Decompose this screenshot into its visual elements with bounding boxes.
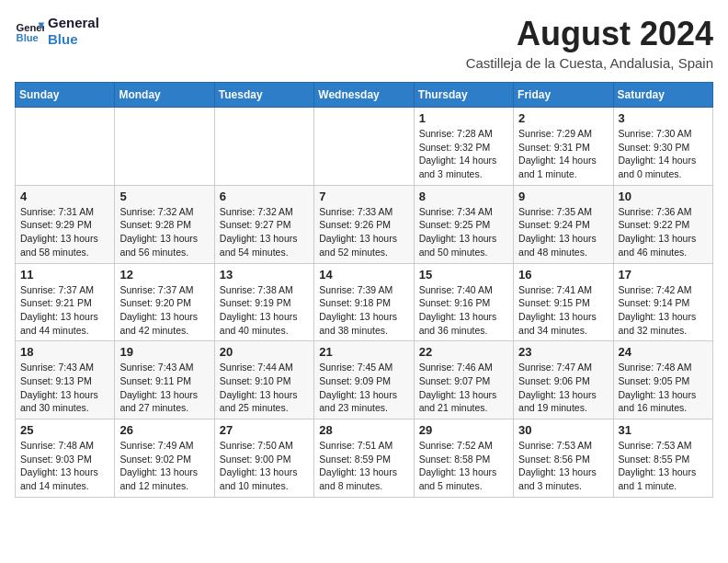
day-info: Sunrise: 7:37 AMSunset: 9:20 PMDaylight:… [119,283,209,338]
day-info: Sunrise: 7:48 AMSunset: 9:03 PMDaylight:… [20,439,109,493]
day-info: Sunrise: 7:43 AMSunset: 9:11 PMDaylight:… [119,361,209,415]
calendar-body: 1Sunrise: 7:28 AMSunset: 9:32 PMDaylight… [16,108,713,498]
calendar-cell: 16Sunrise: 7:41 AMSunset: 9:15 PMDayligh… [514,263,613,341]
logo-line1: General [48,15,99,31]
day-info: Sunrise: 7:42 AMSunset: 9:14 PMDaylight:… [619,283,708,338]
day-info: Sunrise: 7:31 AMSunset: 9:29 PMDaylight:… [20,205,109,259]
day-number: 6 [220,190,309,203]
col-header-monday: Monday [115,83,214,108]
day-number: 22 [419,345,508,359]
day-info: Sunrise: 7:38 AMSunset: 9:19 PMDaylight:… [220,283,309,338]
day-info: Sunrise: 7:47 AMSunset: 9:06 PMDaylight:… [518,361,608,415]
day-info: Sunrise: 7:33 AMSunset: 9:26 PMDaylight:… [319,205,408,259]
day-number: 27 [220,423,309,437]
col-header-thursday: Thursday [414,83,513,108]
calendar-cell: 26Sunrise: 7:49 AMSunset: 9:02 PMDayligh… [115,419,214,498]
calendar-cell: 13Sunrise: 7:38 AMSunset: 9:19 PMDayligh… [214,263,313,341]
week-row-1: 1Sunrise: 7:28 AMSunset: 9:32 PMDaylight… [16,108,713,186]
day-info: Sunrise: 7:39 AMSunset: 9:18 PMDaylight:… [319,283,408,338]
calendar-cell: 19Sunrise: 7:43 AMSunset: 9:11 PMDayligh… [115,341,214,419]
day-info: Sunrise: 7:36 AMSunset: 9:22 PMDaylight:… [619,205,708,259]
calendar-cell [314,108,414,186]
calendar-cell: 23Sunrise: 7:47 AMSunset: 9:06 PMDayligh… [514,341,613,419]
calendar-cell: 14Sunrise: 7:39 AMSunset: 9:18 PMDayligh… [314,263,414,341]
calendar-cell: 17Sunrise: 7:42 AMSunset: 9:14 PMDayligh… [613,263,712,341]
day-info: Sunrise: 7:28 AMSunset: 9:32 PMDaylight:… [419,127,508,181]
calendar-cell: 5Sunrise: 7:32 AMSunset: 9:28 PMDaylight… [115,185,214,263]
day-info: Sunrise: 7:32 AMSunset: 9:27 PMDaylight:… [220,205,309,259]
day-number: 20 [220,345,309,359]
day-number: 5 [119,190,209,203]
calendar-cell: 8Sunrise: 7:34 AMSunset: 9:25 PMDaylight… [414,185,513,263]
day-number: 16 [518,268,608,282]
calendar-header: SundayMondayTuesdayWednesdayThursdayFrid… [16,83,713,108]
day-info: Sunrise: 7:45 AMSunset: 9:09 PMDaylight:… [319,361,408,415]
calendar-cell [214,108,313,186]
day-number: 9 [518,190,608,203]
week-row-4: 18Sunrise: 7:43 AMSunset: 9:13 PMDayligh… [16,341,713,419]
calendar-cell: 25Sunrise: 7:48 AMSunset: 9:03 PMDayligh… [16,419,115,498]
day-number: 12 [119,268,209,282]
day-info: Sunrise: 7:40 AMSunset: 9:16 PMDaylight:… [419,283,508,338]
day-info: Sunrise: 7:53 AMSunset: 8:56 PMDaylight:… [518,439,608,493]
calendar-cell: 11Sunrise: 7:37 AMSunset: 9:21 PMDayligh… [16,263,115,341]
title-block: August 2024 Castilleja de la Cuesta, And… [466,15,713,71]
week-row-5: 25Sunrise: 7:48 AMSunset: 9:03 PMDayligh… [16,419,713,498]
logo-icon: General Blue [15,17,44,46]
day-number: 1 [419,111,508,125]
col-header-saturday: Saturday [613,83,712,108]
calendar-cell: 10Sunrise: 7:36 AMSunset: 9:22 PMDayligh… [613,185,712,263]
day-info: Sunrise: 7:35 AMSunset: 9:24 PMDaylight:… [518,205,608,259]
day-info: Sunrise: 7:41 AMSunset: 9:15 PMDaylight:… [518,283,608,338]
col-header-wednesday: Wednesday [314,83,414,108]
day-info: Sunrise: 7:30 AMSunset: 9:30 PMDaylight:… [619,127,708,181]
week-row-2: 4Sunrise: 7:31 AMSunset: 9:29 PMDaylight… [16,185,713,263]
calendar-cell: 30Sunrise: 7:53 AMSunset: 8:56 PMDayligh… [514,419,613,498]
day-info: Sunrise: 7:34 AMSunset: 9:25 PMDaylight:… [419,205,508,259]
calendar-cell [16,108,115,186]
day-info: Sunrise: 7:29 AMSunset: 9:31 PMDaylight:… [518,127,608,181]
location: Castilleja de la Cuesta, Andalusia, Spai… [466,55,713,71]
day-number: 21 [319,345,408,359]
day-info: Sunrise: 7:50 AMSunset: 9:00 PMDaylight:… [220,439,309,493]
calendar-cell: 3Sunrise: 7:30 AMSunset: 9:30 PMDaylight… [613,108,712,186]
calendar-cell: 9Sunrise: 7:35 AMSunset: 9:24 PMDaylight… [514,185,613,263]
day-number: 15 [419,268,508,282]
calendar-cell: 28Sunrise: 7:51 AMSunset: 8:59 PMDayligh… [314,419,414,498]
calendar-cell: 29Sunrise: 7:52 AMSunset: 8:58 PMDayligh… [414,419,513,498]
day-info: Sunrise: 7:37 AMSunset: 9:21 PMDaylight:… [20,283,109,338]
day-info: Sunrise: 7:46 AMSunset: 9:07 PMDaylight:… [419,361,508,415]
day-number: 17 [619,268,708,282]
calendar-cell [115,108,214,186]
calendar-cell: 12Sunrise: 7:37 AMSunset: 9:20 PMDayligh… [115,263,214,341]
month-year: August 2024 [466,15,713,53]
day-number: 8 [419,190,508,203]
day-number: 19 [119,345,209,359]
day-info: Sunrise: 7:53 AMSunset: 8:55 PMDaylight:… [619,439,708,493]
calendar-cell: 15Sunrise: 7:40 AMSunset: 9:16 PMDayligh… [414,263,513,341]
day-number: 4 [20,190,109,203]
day-number: 23 [518,345,608,359]
day-number: 26 [119,423,209,437]
col-header-friday: Friday [514,83,613,108]
day-number: 2 [518,111,608,125]
logo-line2: Blue [48,31,99,48]
day-number: 14 [319,268,408,282]
calendar-cell: 2Sunrise: 7:29 AMSunset: 9:31 PMDaylight… [514,108,613,186]
day-number: 18 [20,345,109,359]
day-number: 28 [319,423,408,437]
day-number: 31 [619,423,708,437]
day-number: 13 [220,268,309,282]
calendar-cell: 20Sunrise: 7:44 AMSunset: 9:10 PMDayligh… [214,341,313,419]
calendar-cell: 21Sunrise: 7:45 AMSunset: 9:09 PMDayligh… [314,341,414,419]
day-info: Sunrise: 7:43 AMSunset: 9:13 PMDaylight:… [20,361,109,415]
day-number: 3 [619,111,708,125]
week-row-3: 11Sunrise: 7:37 AMSunset: 9:21 PMDayligh… [16,263,713,341]
day-info: Sunrise: 7:49 AMSunset: 9:02 PMDaylight:… [119,439,209,493]
day-number: 24 [619,345,708,359]
day-number: 25 [20,423,109,437]
calendar-cell: 6Sunrise: 7:32 AMSunset: 9:27 PMDaylight… [214,185,313,263]
day-info: Sunrise: 7:52 AMSunset: 8:58 PMDaylight:… [419,439,508,493]
day-number: 11 [20,268,109,282]
calendar-cell: 22Sunrise: 7:46 AMSunset: 9:07 PMDayligh… [414,341,513,419]
